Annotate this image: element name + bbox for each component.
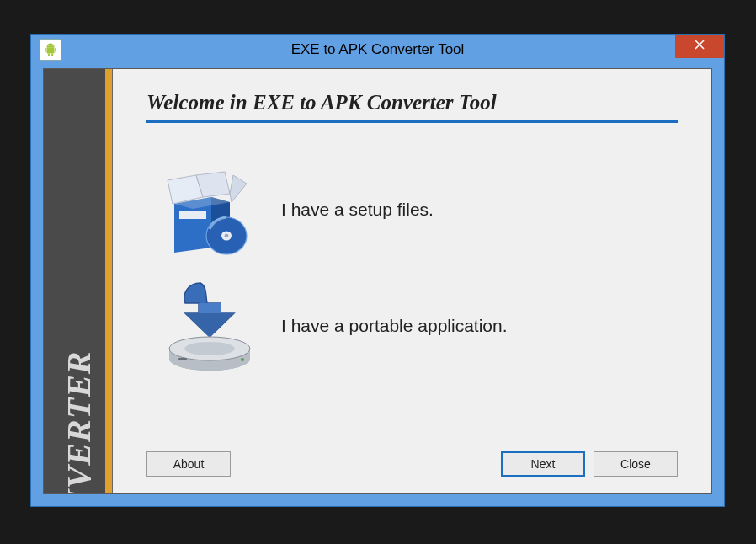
- app-window: EXE to APK Converter Tool EXE to APK CON…: [30, 34, 725, 507]
- svg-rect-24: [178, 358, 187, 360]
- svg-rect-1: [45, 48, 46, 52]
- button-spacer: [239, 451, 492, 477]
- button-bar: About Next Close: [146, 443, 678, 480]
- setup-box-icon: [163, 163, 256, 256]
- sidebar-brand-large: CONVERTER: [59, 350, 97, 493]
- close-icon: [694, 39, 705, 54]
- svg-marker-14: [230, 175, 247, 202]
- sidebar: EXE to APK CONVERTER: [44, 69, 113, 493]
- option-portable-label: I have a portable application.: [281, 316, 508, 336]
- sidebar-accent-stripe: [105, 69, 112, 493]
- svg-point-6: [52, 45, 53, 45]
- next-button[interactable]: Next: [501, 451, 585, 477]
- close-button[interactable]: Close: [594, 451, 678, 477]
- svg-point-25: [241, 358, 244, 361]
- sidebar-brand: EXE to APK CONVERTER: [58, 250, 98, 494]
- option-setup-files[interactable]: I have a setup files.: [163, 163, 678, 256]
- main-panel: Welcome in EXE to APK Converter Tool: [113, 69, 711, 493]
- svg-rect-4: [51, 54, 53, 56]
- app-icon: [40, 39, 61, 61]
- download-drive-icon: [163, 280, 256, 372]
- window-close-button[interactable]: [675, 35, 724, 58]
- options-list: I have a setup files.: [146, 123, 678, 443]
- svg-point-19: [224, 234, 228, 238]
- about-button[interactable]: About: [146, 451, 231, 477]
- svg-rect-15: [179, 211, 206, 219]
- welcome-heading: Welcome in EXE to APK Converter Tool: [146, 91, 678, 123]
- option-portable-app[interactable]: I have a portable application.: [163, 280, 678, 372]
- svg-point-23: [184, 342, 235, 355]
- client-area: EXE to APK CONVERTER Welcome in EXE to A…: [43, 68, 712, 494]
- svg-rect-2: [55, 48, 56, 52]
- window-title: EXE to APK Converter Tool: [31, 41, 724, 58]
- svg-rect-3: [48, 54, 50, 56]
- svg-point-5: [48, 45, 49, 45]
- svg-rect-0: [47, 48, 55, 54]
- option-setup-label: I have a setup files.: [281, 200, 434, 220]
- titlebar[interactable]: EXE to APK Converter Tool: [31, 35, 724, 65]
